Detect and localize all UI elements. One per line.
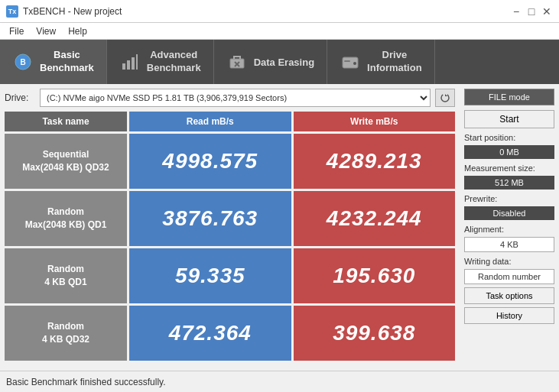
advanced-benchmark-icon <box>119 51 141 73</box>
write-value-2: 195.630 <box>294 248 456 303</box>
start-button[interactable]: Start <box>464 110 554 128</box>
read-value-3: 472.364 <box>129 306 291 361</box>
toolbar-btn-basic[interactable]: B BasicBenchmark <box>0 40 107 84</box>
history-button[interactable]: History <box>464 307 554 324</box>
prewrite-label: Prewrite: <box>464 194 554 203</box>
col-header-task: Task name <box>5 112 127 131</box>
bench-table: Task name Read mB/s Write mB/s Sequentia… <box>5 112 455 366</box>
svg-rect-5 <box>136 54 138 70</box>
alignment-label: Alignment: <box>464 225 554 234</box>
file-mode-button[interactable]: FILE mode <box>464 89 554 105</box>
table-row: Random4 KB QD32 472.364 399.638 <box>5 306 455 361</box>
start-position-value: 0 MB <box>464 145 554 159</box>
task-name-1: RandomMax(2048 KB) QD1 <box>5 191 127 246</box>
task-name-2: Random4 KB QD1 <box>5 248 127 303</box>
drive-row: Drive: (C:) NVMe aigo NVMe SSD P5 1.81 T… <box>5 89 455 107</box>
menu-file[interactable]: File <box>3 24 30 38</box>
left-panel: Drive: (C:) NVMe aigo NVMe SSD P5 1.81 T… <box>0 84 460 371</box>
toolbar-label-advanced: AdvancedBenchmark <box>147 49 201 75</box>
writing-data-label: Writing data: <box>464 257 554 266</box>
start-position-label: Start position: <box>464 133 554 142</box>
window-controls: − □ ✕ <box>510 5 553 18</box>
read-value-2: 59.335 <box>129 248 291 303</box>
prewrite-value: Disabled <box>464 206 554 220</box>
close-button[interactable]: ✕ <box>541 5 553 18</box>
toolbar-btn-erase[interactable]: Data Erasing <box>214 40 327 84</box>
measurement-size-label: Measurement size: <box>464 164 554 173</box>
toolbar-label-basic: BasicBenchmark <box>40 49 94 75</box>
write-value-1: 4232.244 <box>294 191 456 246</box>
svg-text:B: B <box>20 58 25 66</box>
main-area: Drive: (C:) NVMe aigo NVMe SSD P5 1.81 T… <box>0 84 559 371</box>
menu-bar: File View Help <box>0 23 559 40</box>
table-row: RandomMax(2048 KB) QD1 3876.763 4232.244 <box>5 191 455 246</box>
basic-benchmark-icon: B <box>12 51 34 73</box>
table-header: Task name Read mB/s Write mB/s <box>5 112 455 131</box>
svg-rect-3 <box>127 60 130 70</box>
write-value-0: 4289.213 <box>294 134 456 189</box>
svg-point-10 <box>353 62 356 65</box>
status-bar: Basic Benchmark finished successfully. <box>0 371 559 392</box>
maximize-button[interactable]: □ <box>525 5 538 18</box>
toolbar-label-info: DriveInformation <box>367 49 422 75</box>
status-text: Basic Benchmark finished successfully. <box>6 377 166 387</box>
table-row: Random4 KB QD1 59.335 195.630 <box>5 248 455 303</box>
menu-help[interactable]: Help <box>62 24 93 38</box>
task-options-button[interactable]: Task options <box>464 287 554 304</box>
menu-view[interactable]: View <box>30 24 62 38</box>
drive-information-icon <box>340 51 361 73</box>
svg-rect-11 <box>344 60 350 62</box>
col-header-write: Write mB/s <box>294 112 456 131</box>
toolbar: B BasicBenchmark AdvancedBenchmark Dat <box>0 40 559 84</box>
svg-rect-2 <box>122 63 125 70</box>
measurement-size-value: 512 MB <box>464 176 554 190</box>
drive-refresh-button[interactable] <box>435 89 455 107</box>
toolbar-btn-info[interactable]: DriveInformation <box>327 40 435 84</box>
title-bar: Tx TxBENCH - New project − □ ✕ <box>0 0 559 23</box>
task-name-0: SequentialMax(2048 KB) QD32 <box>5 134 127 189</box>
right-panel: FILE mode Start Start position: 0 MB Mea… <box>460 84 559 371</box>
writing-data-value: Random number <box>464 269 554 284</box>
table-row: SequentialMax(2048 KB) QD32 4998.575 428… <box>5 134 455 189</box>
title-bar-left: Tx TxBENCH - New project <box>6 5 122 18</box>
drive-select[interactable]: (C:) NVMe aigo NVMe SSD P5 1.81 TB (3,90… <box>40 89 431 107</box>
write-value-3: 399.638 <box>294 306 456 361</box>
toolbar-label-erase: Data Erasing <box>254 57 314 68</box>
minimize-button[interactable]: − <box>510 5 522 18</box>
task-name-3: Random4 KB QD32 <box>5 306 127 361</box>
drive-label: Drive: <box>5 92 35 103</box>
col-header-read: Read mB/s <box>129 112 291 131</box>
read-value-0: 4998.575 <box>129 134 291 189</box>
app-icon: Tx <box>6 5 18 18</box>
window-title: TxBENCH - New project <box>23 6 122 17</box>
toolbar-btn-advanced[interactable]: AdvancedBenchmark <box>107 40 214 84</box>
read-value-1: 3876.763 <box>129 191 291 246</box>
svg-rect-4 <box>132 57 135 70</box>
data-erasing-icon <box>226 51 248 73</box>
alignment-value: 4 KB <box>464 237 554 252</box>
